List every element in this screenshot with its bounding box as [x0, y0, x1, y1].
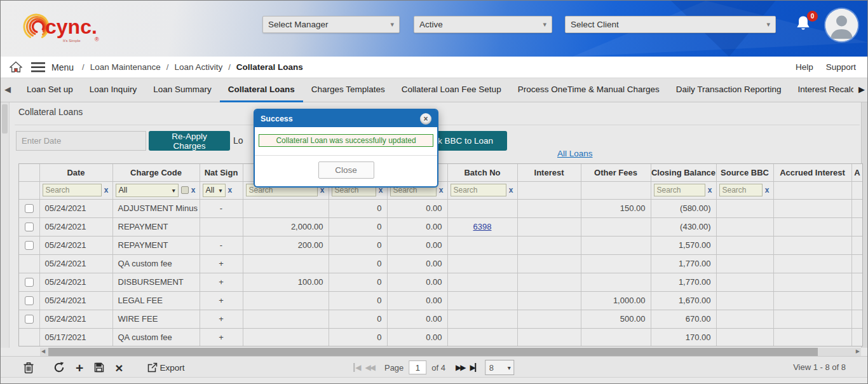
cell-interest	[517, 310, 581, 328]
cell-charge_code: QA custom fee	[112, 328, 200, 346]
filter-clear-icon[interactable]: x	[228, 186, 234, 195]
row-checkbox[interactable]	[25, 296, 34, 305]
tabs-scroll-left-icon[interactable]: ◀	[4, 85, 11, 94]
brand-text: cync.	[45, 15, 97, 38]
previous-page-icon[interactable]: ◀◀	[365, 363, 374, 372]
filter-input-closing_balance[interactable]	[654, 184, 705, 196]
filter-input-source_bbc[interactable]	[719, 184, 763, 196]
filter-clear-icon[interactable]: x	[104, 186, 110, 195]
reapply-charges-button[interactable]: Re-Apply Charges	[149, 131, 230, 151]
scroll-left-icon[interactable]: ◀	[41, 348, 45, 354]
registered-mark: ®	[95, 36, 99, 43]
chevron-down-icon: ▾	[172, 187, 175, 194]
cell-col4	[243, 199, 329, 217]
help-link[interactable]: Help	[796, 62, 813, 72]
cancel-icon[interactable]: ×	[115, 361, 123, 374]
cell-source_bbc	[716, 254, 773, 273]
notifications-button[interactable]: 0	[794, 15, 815, 36]
tab-loan-set-up[interactable]: Loan Set up	[18, 78, 81, 102]
menu-icon[interactable]	[31, 62, 45, 72]
filter-input-batch_no[interactable]	[451, 184, 506, 196]
save-icon[interactable]	[94, 362, 104, 373]
menu-label[interactable]: Menu	[51, 62, 74, 72]
vertical-scrollbar-left[interactable]	[1, 102, 10, 348]
row-checkbox[interactable]	[25, 315, 34, 324]
chevron-down-icon: ▾	[543, 20, 546, 29]
cell-batch_no	[447, 254, 517, 273]
date-input[interactable]	[16, 131, 146, 151]
tab-loan-inquiry[interactable]: Loan Inquiry	[81, 78, 145, 102]
cell-charge_code: REPAYMENT	[112, 217, 200, 236]
filter-clear-icon[interactable]: x	[765, 186, 771, 195]
tab-collateral-loans[interactable]: Collateral Loans	[220, 78, 303, 102]
last-page-icon[interactable]: ▶	[470, 363, 477, 372]
home-icon[interactable]	[10, 61, 22, 73]
delete-icon[interactable]	[24, 362, 34, 374]
cell-nat_sign: +	[200, 254, 243, 273]
row-checkbox[interactable]	[25, 241, 34, 250]
filter-select[interactable]: All▾	[116, 184, 179, 197]
close-icon[interactable]: ×	[420, 113, 431, 125]
filter-input-date[interactable]	[43, 184, 102, 196]
breadcrumb-loan-activity[interactable]: Loan Activity	[174, 62, 222, 72]
tab-process-onetime-manual-charges[interactable]: Process OneTime & Manual Charges	[510, 78, 668, 102]
select-client-dropdown[interactable]: Select Client ▾	[565, 16, 776, 33]
status-dropdown[interactable]: Active ▾	[414, 16, 552, 33]
cell-batch_no	[447, 291, 517, 310]
table-row: 05/24/2021REPAYMENT-200.0000.001,570.00	[19, 236, 863, 254]
tab-charges-templates[interactable]: Charges Templates	[303, 78, 393, 102]
tab-interest-recalculation[interactable]: Interest Recalculation	[790, 78, 853, 102]
table-row: 05/24/2021REPAYMENT2,000.0000.006398(430…	[19, 217, 863, 236]
filter-clear-icon[interactable]: x	[708, 186, 714, 195]
scrollbar-thumb[interactable]	[48, 348, 818, 356]
page-size-select[interactable]: 8 ▾	[485, 360, 515, 375]
tab-collateral-loan-fee-setup[interactable]: Collateral Loan Fee Setup	[393, 78, 510, 102]
notification-badge: 0	[807, 11, 818, 22]
batch-no-link[interactable]: 6398	[473, 222, 492, 231]
cell-colA	[851, 199, 863, 217]
page-number-input[interactable]	[409, 360, 426, 374]
user-avatar[interactable]	[825, 9, 858, 41]
add-icon[interactable]: +	[76, 361, 83, 374]
refresh-icon[interactable]	[53, 362, 65, 373]
cell-nat_sign: +	[200, 273, 243, 291]
export-icon	[147, 362, 158, 373]
filter-clear-icon[interactable]: x	[191, 186, 197, 195]
cell-col5: 0	[329, 328, 387, 346]
tabs-scroll-right-icon[interactable]: ▶	[858, 85, 865, 94]
all-loans-link[interactable]: All Loans	[557, 149, 593, 158]
scroll-right-icon[interactable]: ▶	[856, 348, 860, 354]
first-page-icon[interactable]: ◀	[353, 363, 360, 372]
support-link[interactable]: Support	[826, 62, 856, 72]
select-manager-dropdown[interactable]: Select Manager ▾	[262, 16, 400, 33]
horizontal-scrollbar[interactable]: ◀ ▶	[40, 348, 861, 356]
cell-colA	[851, 273, 863, 291]
tab-daily-transaction-reporting[interactable]: Daily Transaction Reporting	[668, 78, 790, 102]
filter-clear-icon[interactable]: x	[439, 186, 445, 195]
row-checkbox[interactable]	[25, 223, 34, 231]
cell-source_bbc	[716, 236, 773, 254]
page-label: Page	[384, 363, 403, 373]
column-header-charge_code: Charge Code	[112, 164, 200, 181]
row-checkbox[interactable]	[25, 278, 34, 287]
grid-footer-toolbar: + × Export ◀ ◀◀ Page of 4 ▶▶	[1, 356, 867, 378]
column-header-nat_sign: Nat Sign	[200, 164, 243, 181]
modal-close-button[interactable]: Close	[318, 161, 374, 179]
next-page-icon[interactable]: ▶▶	[456, 363, 465, 372]
row-checkbox[interactable]	[25, 204, 34, 213]
cell-col5: 0	[329, 273, 387, 291]
loan-label-fragment: Lo	[233, 135, 243, 146]
tab-loan-summary[interactable]: Loan Summary	[145, 78, 220, 102]
filter-select[interactable]: All▾	[203, 184, 226, 197]
breadcrumb-separator: /	[166, 62, 169, 72]
export-button[interactable]: Export	[147, 362, 185, 373]
filter-clear-icon[interactable]: x	[509, 186, 515, 195]
cell-other_fees	[581, 328, 651, 346]
cell-nat_sign: -	[200, 236, 243, 254]
cell-closing_balance: 1,670.00	[651, 291, 716, 310]
multiselect-toggle-icon[interactable]	[181, 186, 189, 194]
page-title: Collateral Loans	[18, 107, 83, 117]
breadcrumb-loan-maintenance[interactable]: Loan Maintenance	[90, 62, 161, 72]
collateral-loans-grid: DateCharge CodeNat SignBatch NoInterestO…	[18, 163, 863, 346]
cell-col6: 0.00	[387, 310, 447, 328]
